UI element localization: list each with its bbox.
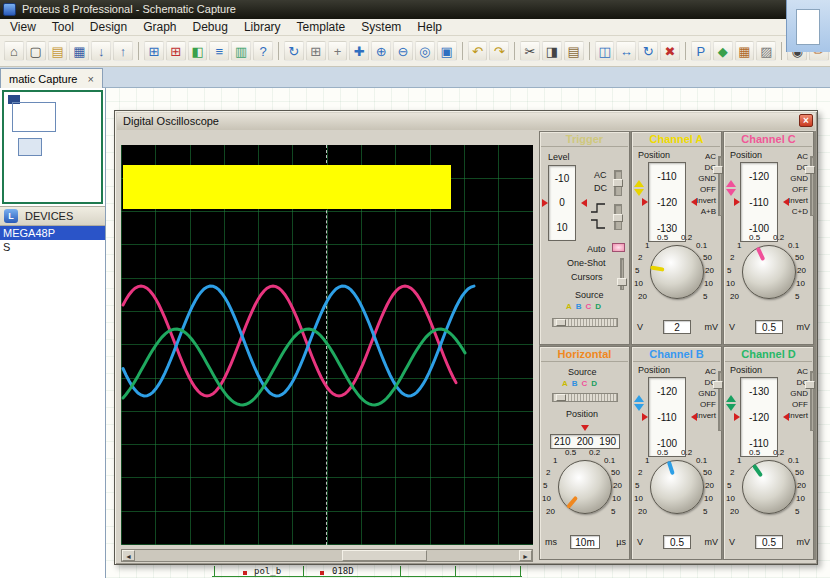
channel-option-1[interactable]: DC: [684, 377, 716, 388]
channel-option-2[interactable]: GND: [776, 173, 808, 184]
zoom-area-icon[interactable]: ▣: [437, 41, 457, 61]
display-scrollbar[interactable]: ◄ ►: [121, 549, 533, 562]
zoom-all-icon[interactable]: ◎: [415, 41, 435, 61]
stepper-up-icon[interactable]: [634, 395, 644, 402]
trigger-source-thumb[interactable]: [556, 319, 566, 326]
channel-option-3[interactable]: OFF: [776, 184, 808, 195]
trigger-source-3[interactable]: D: [595, 302, 601, 311]
trigger-source-slider[interactable]: [552, 318, 618, 327]
redo-icon[interactable]: ↷: [489, 41, 509, 61]
position-wheel[interactable]: -120 -110 -100: [740, 162, 778, 242]
stepper-down-icon[interactable]: [634, 189, 644, 196]
stepper-up-icon[interactable]: [726, 180, 736, 187]
coupling-slider-thumb[interactable]: [805, 166, 815, 174]
channel-option-3[interactable]: OFF: [684, 184, 716, 195]
scope-display[interactable]: [121, 145, 533, 545]
scroll-left-icon[interactable]: ◄: [122, 550, 135, 561]
trigger-source-2[interactable]: C: [586, 302, 592, 311]
zoom-out-icon[interactable]: ⊖: [393, 41, 413, 61]
menu-item-2[interactable]: Design: [82, 19, 135, 35]
ac-label[interactable]: AC: [594, 170, 607, 180]
channel-option-1[interactable]: DC: [684, 162, 716, 173]
rising-edge-icon[interactable]: [590, 202, 606, 214]
channel-option-2[interactable]: GND: [684, 173, 716, 184]
channel-option-1[interactable]: DC: [776, 162, 808, 173]
block-rotate-icon[interactable]: ↻: [638, 41, 658, 61]
stepper-down-icon[interactable]: [726, 189, 736, 196]
horizontal-source-3[interactable]: D: [591, 379, 597, 388]
stepper-up-icon[interactable]: [634, 180, 644, 187]
channel-option-4[interactable]: Invert: [684, 195, 716, 206]
position-wheel[interactable]: -110 -120 -130: [648, 162, 686, 242]
origin-icon[interactable]: +: [328, 41, 348, 61]
cut-icon[interactable]: ✂: [520, 41, 540, 61]
menu-item-7[interactable]: System: [353, 19, 409, 35]
pick-parts-icon[interactable]: P: [691, 41, 711, 61]
device-list-item[interactable]: MEGA48P: [0, 226, 105, 240]
undo-icon[interactable]: ↶: [468, 41, 488, 61]
library-pick-button[interactable]: L: [4, 209, 18, 223]
channel-option-2[interactable]: GND: [684, 388, 716, 399]
coupling-toggle-thumb[interactable]: [613, 179, 623, 187]
channel-option-4[interactable]: Invert: [776, 410, 808, 421]
block-copy-icon[interactable]: ◫: [595, 41, 615, 61]
zoom-in-icon[interactable]: ⊕: [371, 41, 391, 61]
channel-option-1[interactable]: DC: [776, 377, 808, 388]
channel-option-0[interactable]: AC: [776, 366, 808, 377]
channel-option-3[interactable]: OFF: [776, 399, 808, 410]
auto-label[interactable]: Auto: [587, 244, 606, 254]
position-stepper[interactable]: [634, 178, 644, 198]
coupling-slider-thumb[interactable]: [713, 381, 723, 389]
coupling-slider[interactable]: [718, 156, 722, 216]
device-list-item[interactable]: S: [0, 240, 105, 254]
position-stepper[interactable]: [726, 393, 736, 413]
horizontal-source-thumb[interactable]: [556, 394, 566, 401]
coupling-slider[interactable]: [810, 156, 814, 216]
new-file-icon[interactable]: ▢: [26, 41, 46, 61]
block-move-icon[interactable]: ↔: [616, 41, 636, 61]
channel-option-0[interactable]: AC: [684, 366, 716, 377]
edge-toggle-thumb[interactable]: [613, 214, 623, 222]
tab-schematic-capture[interactable]: matic Capture ×: [0, 68, 103, 88]
make-device-icon[interactable]: ◆: [713, 41, 733, 61]
open-folder-icon[interactable]: ▤: [48, 41, 68, 61]
block-delete-icon[interactable]: ✖: [660, 41, 680, 61]
paste-icon[interactable]: ▤: [564, 41, 584, 61]
redraw-icon[interactable]: ↻: [284, 41, 304, 61]
horizontal-source-1[interactable]: B: [572, 379, 578, 388]
horizontal-position-wheel[interactable]: 210 200 190: [550, 434, 620, 449]
cursors-label[interactable]: Cursors: [571, 272, 603, 282]
gain-knob[interactable]: [650, 245, 704, 299]
export-icon[interactable]: ↑: [113, 41, 133, 61]
stepper-down-icon[interactable]: [726, 404, 736, 411]
position-stepper[interactable]: [634, 393, 644, 413]
pcb-layout-icon[interactable]: ⊞: [166, 41, 186, 61]
horizontal-source-0[interactable]: A: [562, 379, 568, 388]
timebase-knob[interactable]: [558, 460, 612, 514]
one-shot-label[interactable]: One-Shot: [567, 258, 606, 268]
decompose-icon[interactable]: ▨: [756, 41, 776, 61]
menu-item-6[interactable]: Template: [289, 19, 354, 35]
coupling-slider[interactable]: [810, 371, 814, 431]
menu-item-0[interactable]: View: [2, 19, 44, 35]
copy-icon[interactable]: ◨: [542, 41, 562, 61]
channel-option-5[interactable]: A+B: [684, 206, 716, 217]
menu-item-4[interactable]: Debug: [185, 19, 236, 35]
packaging-tool-icon[interactable]: ▦: [735, 41, 755, 61]
tab-close-icon[interactable]: ×: [87, 73, 93, 85]
bill-of-materials-icon[interactable]: ▥: [231, 41, 251, 61]
horizontal-source-2[interactable]: C: [582, 379, 588, 388]
help-icon[interactable]: ?: [253, 41, 273, 61]
channel-option-0[interactable]: AC: [776, 151, 808, 162]
trigger-source-1[interactable]: B: [576, 302, 582, 311]
trigger-mode-thumb[interactable]: [617, 278, 627, 286]
channel-option-5[interactable]: C+D: [776, 206, 808, 217]
menu-item-1[interactable]: Tool: [44, 19, 82, 35]
edge-toggle[interactable]: [614, 204, 622, 230]
position-wheel[interactable]: -130 -120 -110: [740, 377, 778, 457]
dc-label[interactable]: DC: [594, 183, 607, 193]
coupling-slider[interactable]: [718, 371, 722, 431]
coupling-slider-thumb[interactable]: [713, 166, 723, 174]
toggle-grid-icon[interactable]: ⊞: [306, 41, 326, 61]
channel-option-2[interactable]: GND: [776, 388, 808, 399]
